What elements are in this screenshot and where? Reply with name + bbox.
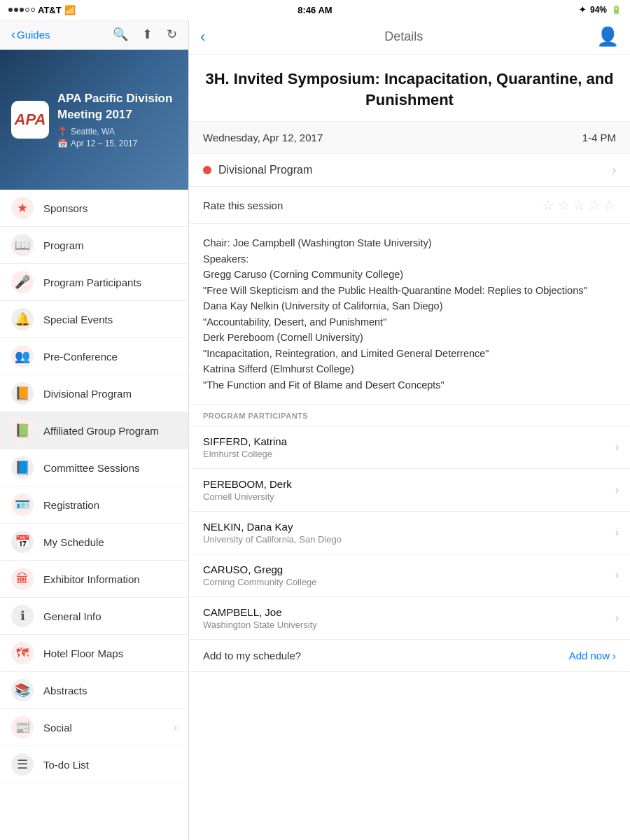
sidebar-label-todo: To-do List	[43, 759, 89, 771]
sidebar-item-special-events[interactable]: 🔔 Special Events	[0, 301, 188, 338]
sidebar-icon-todo: ☰	[11, 753, 34, 776]
battery-label: 94%	[590, 5, 607, 15]
sidebar-icon-program: 📖	[11, 234, 34, 256]
participant-name-0: SIFFERD, Katrina	[203, 435, 616, 447]
sidebar-item-general-info[interactable]: ℹ General Info	[0, 598, 188, 635]
profile-button[interactable]: 👤	[596, 26, 619, 48]
sidebar-icon-pre-conference: 👥	[11, 345, 34, 368]
sidebar-icon-my-schedule: 📅	[11, 531, 34, 553]
status-bar: AT&T 📶 8:46 AM ✦ 94% 🔋	[0, 0, 630, 20]
app-title: APA Pacific Division Meeting 2017	[57, 91, 177, 122]
app-dates: 📅 Apr 12 – 15, 2017	[57, 139, 177, 148]
sidebar-label-abstracts: Abstracts	[43, 685, 88, 696]
add-schedule-row: Add to my schedule? Add now ›	[189, 640, 630, 672]
sidebar-icon-social: 📰	[11, 716, 34, 738]
participant-row-0[interactable]: SIFFERD, Katrina Elmhurst College ›	[189, 426, 630, 469]
sidebar-icon-affiliated-group: 📗	[11, 419, 34, 442]
app-logo: APA	[11, 101, 49, 139]
sidebar-item-my-schedule[interactable]: 📅 My Schedule	[0, 524, 188, 561]
sidebar-label-sponsors: Sponsors	[43, 202, 88, 214]
sidebar-item-abstracts[interactable]: 📚 Abstracts	[0, 672, 188, 709]
sidebar-label-divisional-program: Divisional Program	[43, 388, 132, 400]
sidebar-icon-registration: 🪪	[11, 493, 34, 516]
sidebar-label-committee-sessions: Committee Sessions	[43, 462, 140, 474]
sidebar-label-hotel-maps: Hotel Floor Maps	[43, 648, 123, 659]
star-4[interactable]: ☆	[588, 197, 601, 214]
guides-link[interactable]: ‹ Guides	[11, 27, 50, 42]
sidebar-header: APA APA Pacific Division Meeting 2017 📍 …	[0, 50, 188, 190]
session-title: 3H. Invited Symposium: Incapacitation, Q…	[203, 69, 616, 110]
star-rating[interactable]: ☆ ☆ ☆ ☆ ☆	[542, 197, 616, 214]
participant-affil-4: Washington State University	[203, 620, 616, 630]
sidebar-item-todo[interactable]: ☰ To-do List	[0, 746, 188, 783]
participant-chevron-0: ›	[615, 441, 619, 454]
sidebar-item-program-participants[interactable]: 🎤 Program Participants	[0, 264, 188, 301]
bluetooth-icon: ✦	[579, 5, 586, 15]
sidebar-item-pre-conference[interactable]: 👥 Pre-Conference	[0, 338, 188, 375]
participant-row-1[interactable]: PEREBOOM, Derk Cornell University ›	[189, 469, 630, 512]
sidebar-label-general-info: General Info	[43, 610, 102, 622]
sidebar-item-exhibitor[interactable]: 🏛 Exhibitor Information	[0, 561, 188, 598]
sidebar-label-my-schedule: My Schedule	[43, 536, 104, 548]
sidebar-label-pre-conference: Pre-Conference	[43, 351, 118, 363]
wifi-icon: 📶	[64, 5, 76, 15]
star-2[interactable]: ☆	[557, 197, 570, 214]
add-now-button[interactable]: Add now ›	[569, 650, 616, 662]
app-title-block: APA Pacific Division Meeting 2017 📍 Seat…	[57, 91, 177, 148]
sidebar-item-sponsors[interactable]: ★ Sponsors	[0, 190, 188, 227]
sidebar-nav: ★ Sponsors 📖 Program 🎤 Program Participa…	[0, 190, 188, 840]
star-3[interactable]: ☆	[573, 197, 585, 214]
signal-icon	[8, 8, 35, 12]
participant-row-4[interactable]: CAMPBELL, Joe Washington State Universit…	[189, 597, 630, 640]
sidebar-label-special-events: Special Events	[43, 314, 113, 326]
program-row-label: Divisional Program	[218, 164, 612, 176]
sidebar-icon-hotel-maps: 🗺	[11, 642, 34, 664]
session-title-block: 3H. Invited Symposium: Incapacitation, Q…	[189, 55, 630, 122]
guides-label[interactable]: Guides	[17, 29, 50, 41]
star-1[interactable]: ☆	[542, 197, 554, 214]
topnav-icons: 🔍 ⬆ ↻	[113, 27, 177, 42]
sidebar-item-social[interactable]: 📰 Social ›	[0, 709, 188, 746]
search-icon[interactable]: 🔍	[113, 27, 128, 42]
sidebar-label-program: Program	[43, 239, 84, 251]
add-now-label[interactable]: Add now	[569, 650, 610, 662]
participant-name-4: CAMPBELL, Joe	[203, 606, 616, 618]
carrier-label: AT&T	[38, 5, 62, 15]
red-dot-icon	[203, 166, 211, 174]
sidebar-item-hotel-maps[interactable]: 🗺 Hotel Floor Maps	[0, 635, 188, 672]
back-chevron-icon: ‹	[11, 27, 15, 42]
sidebar: ‹ Guides 🔍 ⬆ ↻ APA APA Pacific Division …	[0, 20, 189, 840]
sidebar-topnav: ‹ Guides 🔍 ⬆ ↻	[0, 20, 188, 50]
calendar-icon: 📅	[57, 139, 68, 148]
detail-title: Details	[211, 29, 596, 44]
detail-back-button[interactable]: ‹	[200, 28, 205, 46]
sidebar-icon-committee-sessions: 📘	[11, 456, 34, 479]
participant-chevron-4: ›	[615, 612, 619, 624]
participant-name-3: CARUSO, Gregg	[203, 564, 616, 575]
sidebar-item-program[interactable]: 📖 Program	[0, 227, 188, 264]
rating-row: Rate this session ☆ ☆ ☆ ☆ ☆	[189, 187, 630, 224]
session-date: Wednesday, Apr 12, 2017	[203, 132, 323, 144]
sidebar-item-committee-sessions[interactable]: 📘 Committee Sessions	[0, 449, 188, 486]
share-icon[interactable]: ⬆	[142, 27, 153, 42]
sidebar-item-affiliated-group[interactable]: 📗 Affiliated Group Program	[0, 412, 188, 449]
participant-affil-1: Cornell University	[203, 491, 616, 502]
sidebar-label-social: Social	[43, 722, 72, 734]
participant-row-2[interactable]: NELKIN, Dana Kay University of Californi…	[189, 512, 630, 554]
star-5[interactable]: ☆	[603, 197, 616, 214]
divisional-program-row[interactable]: Divisional Program ›	[189, 154, 630, 187]
sidebar-item-registration[interactable]: 🪪 Registration	[0, 486, 188, 524]
refresh-icon[interactable]: ↻	[167, 27, 177, 42]
participant-affil-3: Corning Community College	[203, 577, 616, 587]
sidebar-icon-divisional-program: 📙	[11, 382, 34, 405]
date-bar: Wednesday, Apr 12, 2017 1-4 PM	[189, 122, 630, 154]
sidebar-item-divisional-program[interactable]: 📙 Divisional Program	[0, 375, 188, 412]
app-logo-text: APA	[15, 111, 46, 129]
participant-name-1: PEREBOOM, Derk	[203, 478, 616, 490]
status-right: ✦ 94% 🔋	[579, 5, 622, 15]
battery-icon: 🔋	[611, 5, 622, 15]
status-left: AT&T 📶	[8, 5, 76, 15]
participant-affil-2: University of California, San Diego	[203, 534, 616, 545]
participant-row-3[interactable]: CARUSO, Gregg Corning Community College …	[189, 554, 630, 597]
rating-label: Rate this session	[203, 200, 283, 211]
